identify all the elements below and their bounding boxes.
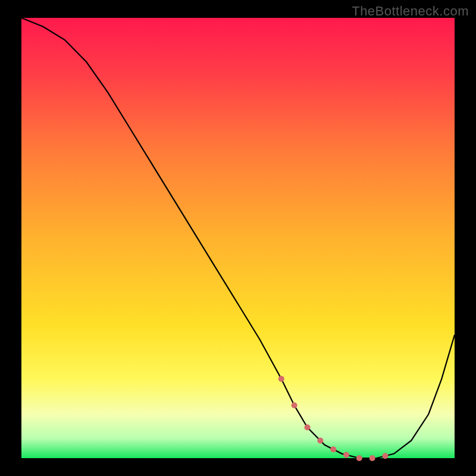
trough-dot (330, 446, 336, 452)
trough-dot (369, 455, 375, 461)
watermark-text: TheBottleneck.com (352, 4, 469, 19)
trough-dot (292, 402, 298, 408)
trough-dot (343, 452, 349, 458)
chart-frame: TheBottleneck.com (0, 0, 476, 476)
trough-dot (317, 437, 323, 443)
trough-dot (383, 453, 389, 459)
trough-dot (305, 424, 311, 430)
gradient-plot-area (21, 18, 455, 458)
trough-dot (278, 376, 284, 382)
trough-dot (356, 455, 362, 461)
chart-svg (0, 0, 476, 476)
